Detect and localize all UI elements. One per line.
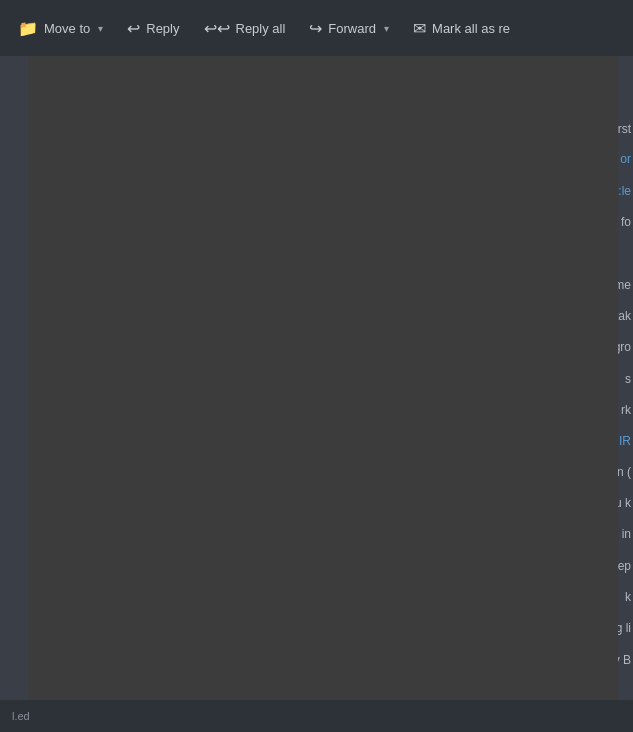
reply-icon: ↩ xyxy=(127,19,140,38)
moveto-chevron-icon: ▾ xyxy=(98,23,103,34)
replyall-button[interactable]: ↩↩ Reply all xyxy=(194,13,296,44)
email-snippet: fo xyxy=(621,213,631,231)
reply-label: Reply xyxy=(146,21,179,36)
bottom-text: l.ed xyxy=(12,710,30,722)
replyall-icon: ↩↩ xyxy=(204,19,230,38)
email-snippet: s xyxy=(625,370,631,388)
email-snippet: n ( xyxy=(617,463,631,481)
markasread-button[interactable]: ✉ Mark all as re xyxy=(403,13,520,44)
bottom-bar: l.ed xyxy=(0,700,633,732)
toolbar: 📁 Move to ▾ ↩ Reply ↩↩ Reply all ↪ Forwa… xyxy=(0,0,633,56)
forward-label: Forward xyxy=(328,21,376,36)
reply-button[interactable]: ↩ Reply xyxy=(117,13,189,44)
email-snippet: rk xyxy=(621,401,631,419)
moveto-label: Move to xyxy=(44,21,90,36)
moveto-button[interactable]: 📁 Move to ▾ xyxy=(8,13,113,44)
email-snippet: ep xyxy=(618,557,631,575)
forward-icon: ↪ xyxy=(309,19,322,38)
email-snippet: :le xyxy=(618,182,631,200)
email-snippet: or xyxy=(620,150,631,168)
email-snippet: IR xyxy=(619,432,631,450)
email-snippet: rst xyxy=(618,120,631,138)
forward-chevron-icon: ▾ xyxy=(384,23,389,34)
email-snippet: k xyxy=(625,588,631,606)
forward-button[interactable]: ↪ Forward ▾ xyxy=(299,13,399,44)
overlay-panel xyxy=(28,56,618,732)
markasread-label: Mark all as re xyxy=(432,21,510,36)
replyall-label: Reply all xyxy=(236,21,286,36)
markasread-icon: ✉ xyxy=(413,19,426,38)
moveto-icon: 📁 xyxy=(18,19,38,38)
email-snippet: in xyxy=(622,525,631,543)
